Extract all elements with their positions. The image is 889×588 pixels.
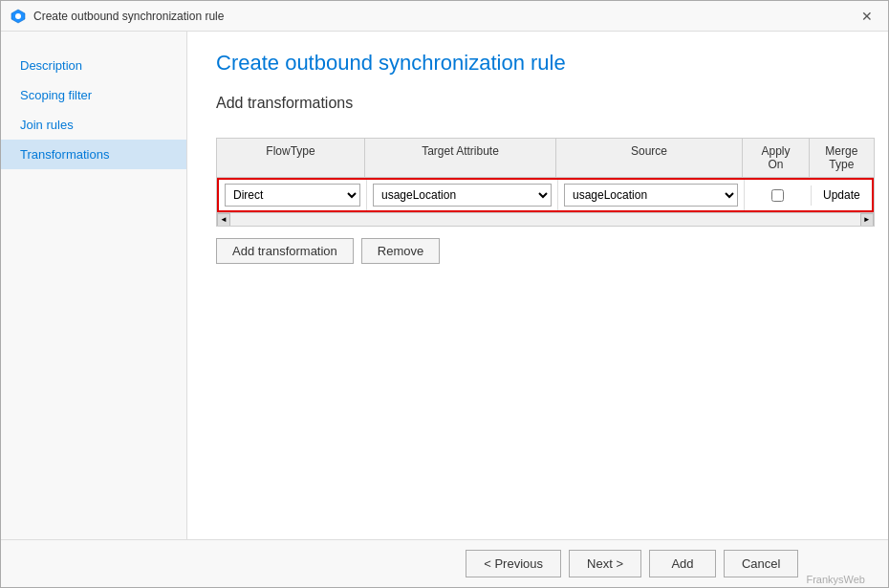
scroll-left-button[interactable]: ◄ xyxy=(217,213,230,227)
source-select[interactable]: usageLocation xyxy=(564,184,738,207)
add-transformation-button[interactable]: Add transformation xyxy=(216,238,354,264)
cell-flowtype[interactable]: Direct Constant Expression xyxy=(219,180,367,210)
col-header-target: Target Attribute xyxy=(365,139,556,177)
table-row: Direct Constant Expression usageLocation xyxy=(217,178,874,212)
content-area: Description Scoping filter Join rules Tr… xyxy=(1,32,888,539)
cell-apply-on[interactable] xyxy=(745,185,812,206)
cell-merge-type: Update xyxy=(812,183,872,207)
title-bar: Create outbound synchronization rule ✕ xyxy=(1,1,888,32)
main-window: Create outbound synchronization rule ✕ D… xyxy=(0,0,889,588)
cell-target-attribute[interactable]: usageLocation xyxy=(367,180,558,210)
col-header-mergetype: Merge Type xyxy=(810,139,874,177)
main-header: Create outbound synchronization rule Add… xyxy=(187,32,888,138)
action-buttons: Add transformation Remove xyxy=(216,238,875,264)
scroll-right-button[interactable]: ► xyxy=(860,213,874,227)
sidebar-item-transformations[interactable]: Transformations xyxy=(1,140,186,169)
cell-source[interactable]: usageLocation xyxy=(558,180,745,210)
target-attribute-select[interactable]: usageLocation xyxy=(373,184,552,207)
next-button[interactable]: Next > xyxy=(569,550,641,577)
app-icon xyxy=(11,9,26,24)
cancel-button[interactable]: Cancel xyxy=(724,550,798,577)
sidebar-item-join-rules[interactable]: Join rules xyxy=(1,110,186,140)
apply-on-checkbox[interactable] xyxy=(771,189,784,202)
merge-type-value: Update xyxy=(817,186,866,204)
col-header-source: Source xyxy=(556,139,743,177)
main-content: FlowType Target Attribute Source Apply O… xyxy=(187,138,888,539)
footer: < Previous Next > Add Cancel FrankysWeb xyxy=(1,539,888,587)
transformations-table: FlowType Target Attribute Source Apply O… xyxy=(216,138,875,227)
scroll-track[interactable] xyxy=(230,213,860,227)
main-panel: Create outbound synchronization rule Add… xyxy=(187,32,888,539)
footer-buttons: < Previous Next > Add Cancel xyxy=(466,550,798,577)
add-button[interactable]: Add xyxy=(649,550,716,577)
title-bar-left: Create outbound synchronization rule xyxy=(11,9,224,24)
close-button[interactable]: ✕ xyxy=(856,5,878,28)
remove-button[interactable]: Remove xyxy=(361,238,440,264)
sidebar-item-description[interactable]: Description xyxy=(1,51,186,80)
svg-point-1 xyxy=(15,13,21,19)
flowtype-select[interactable]: Direct Constant Expression xyxy=(225,184,360,207)
table-header: FlowType Target Attribute Source Apply O… xyxy=(217,139,874,178)
col-header-applyon: Apply On xyxy=(743,139,810,177)
sidebar-item-scoping-filter[interactable]: Scoping filter xyxy=(1,80,186,110)
watermark-text: FrankysWeb xyxy=(806,574,869,587)
horizontal-scrollbar[interactable]: ◄ ► xyxy=(217,212,874,226)
section-title: Add transformations xyxy=(216,95,875,112)
col-header-flowtype: FlowType xyxy=(217,139,365,177)
window-title: Create outbound synchronization rule xyxy=(33,10,224,23)
page-title: Create outbound synchronization rule xyxy=(216,51,875,76)
previous-button[interactable]: < Previous xyxy=(466,550,561,577)
sidebar: Description Scoping filter Join rules Tr… xyxy=(1,32,187,539)
